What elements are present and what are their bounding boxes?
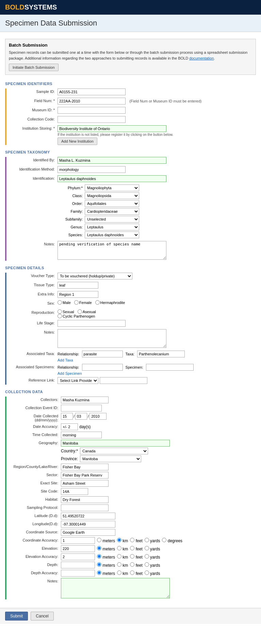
- latitude-input[interactable]: [61, 513, 115, 519]
- tissue-input[interactable]: [58, 282, 98, 289]
- museum-id-input[interactable]: [58, 107, 126, 114]
- coord-accuracy-input[interactable]: [61, 537, 95, 544]
- identification-input[interactable]: [58, 175, 166, 182]
- coord-meters[interactable]: meters: [97, 538, 115, 543]
- longitude-input[interactable]: [61, 521, 115, 528]
- sex-hermaphrodite[interactable]: Hermaphrodite: [95, 300, 125, 305]
- depth-meters[interactable]: meters: [97, 562, 115, 568]
- sex-row: Sex: Male Female Hermaphrodite: [10, 300, 256, 308]
- geo-input[interactable]: [61, 440, 170, 447]
- add-institution-button[interactable]: Add New Institution: [58, 138, 97, 145]
- repro-asexual[interactable]: Asexual: [78, 309, 96, 314]
- documentation-link[interactable]: documentation: [189, 56, 214, 60]
- coord-yards[interactable]: yards: [145, 538, 160, 543]
- habitat-input[interactable]: [61, 496, 109, 503]
- depth-input[interactable]: [61, 562, 95, 568]
- coord-km[interactable]: km: [117, 538, 128, 543]
- coord-source-row: Coordinate Source:: [10, 529, 256, 536]
- batch-description: Specimen records can be submitted one at…: [9, 50, 252, 61]
- coord-degrees[interactable]: degrees: [162, 538, 182, 543]
- depth-acc-km[interactable]: km: [117, 570, 128, 576]
- coord-source-input[interactable]: [61, 529, 115, 536]
- date-accuracy-unit: day(s): [79, 424, 91, 429]
- identified-by-input[interactable]: [58, 157, 166, 164]
- specimen-input[interactable]: [146, 364, 194, 371]
- elev-acc-yards[interactable]: yards: [145, 554, 160, 560]
- site-code-input[interactable]: [61, 488, 88, 495]
- depth-yards[interactable]: yards: [145, 562, 160, 568]
- coord-feet[interactable]: feet: [130, 538, 142, 543]
- logo: BOLDSYSTEMS: [5, 3, 256, 11]
- initiate-batch-button[interactable]: Initiate Batch Submission: [9, 64, 59, 71]
- species-select[interactable]: Leptaulus daphnoides: [85, 231, 139, 238]
- class-select[interactable]: Magnoliopsida: [85, 192, 139, 199]
- depth-km[interactable]: km: [117, 562, 128, 568]
- collectors-label: Collectors:: [10, 397, 61, 402]
- field-num-input[interactable]: [58, 98, 126, 104]
- specimen-rel-input[interactable]: [82, 364, 123, 371]
- genus-select[interactable]: Leptaulus: [85, 224, 139, 230]
- country-select[interactable]: Canada: [80, 448, 148, 454]
- elev-feet[interactable]: feet: [130, 546, 142, 551]
- depth-acc-feet[interactable]: feet: [130, 570, 142, 576]
- id-method-input[interactable]: [58, 166, 126, 173]
- depth-accuracy-input[interactable]: [61, 570, 95, 577]
- subfamily-select[interactable]: Unselected: [85, 216, 139, 223]
- date-accuracy-input[interactable]: [61, 423, 78, 430]
- habitat-row: Habitat:: [10, 496, 256, 503]
- elevation-input[interactable]: [61, 545, 95, 552]
- voucher-select[interactable]: To be vouchered (holdup/private): [58, 273, 132, 279]
- date-dd-input[interactable]: [61, 413, 73, 420]
- date-yyyy-input[interactable]: [89, 413, 107, 420]
- extra-input[interactable]: [58, 291, 98, 298]
- province-select[interactable]: Manitoba: [80, 455, 141, 462]
- elev-accuracy-input[interactable]: [61, 553, 95, 560]
- assoc-taxa-row: Associated Taxa: Relationship: Taxa: Add…: [10, 351, 256, 362]
- event-id-input[interactable]: [61, 405, 102, 412]
- specimen-label: Specimen:: [126, 365, 143, 369]
- taxonomy-notes-input[interactable]: pending verification of species name: [58, 241, 166, 260]
- taxa-rel-input[interactable]: [82, 351, 123, 357]
- sector-input[interactable]: [61, 472, 109, 479]
- sex-male[interactable]: Male: [58, 300, 71, 305]
- sample-id-input[interactable]: [58, 88, 126, 95]
- repro-sexual[interactable]: Sexual: [58, 309, 74, 314]
- ref-link-input[interactable]: [100, 377, 147, 384]
- add-taxa-link[interactable]: Add Taxa: [58, 358, 256, 362]
- repro-cyclic[interactable]: Cyclic Parthenogen: [58, 314, 95, 318]
- elev-km[interactable]: km: [117, 546, 128, 551]
- order-row: Order: Aquifoliales: [58, 200, 256, 207]
- lifestage-input[interactable]: [58, 320, 126, 327]
- depth-acc-yards[interactable]: yards: [145, 570, 160, 576]
- phylum-select[interactable]: Magnoliophyta: [85, 184, 139, 191]
- elev-meters[interactable]: meters: [97, 546, 115, 551]
- date-mm-input[interactable]: [75, 413, 87, 420]
- elev-acc-meters[interactable]: meters: [97, 554, 115, 560]
- elev-yards[interactable]: yards: [145, 546, 160, 551]
- taxa-input[interactable]: [137, 351, 185, 357]
- rel-label: Relationship:: [58, 352, 79, 356]
- sampling-input[interactable]: [61, 504, 109, 511]
- sex-female[interactable]: Female: [74, 300, 92, 305]
- collection-notes-input[interactable]: [61, 578, 170, 598]
- collection-code-input[interactable]: [58, 116, 126, 123]
- elev-acc-feet[interactable]: feet: [130, 554, 142, 560]
- depth-feet[interactable]: feet: [130, 562, 142, 568]
- institution-input[interactable]: [58, 125, 166, 132]
- longitude-row: Longitude(D.d):: [10, 521, 256, 528]
- cancel-button[interactable]: Cancel: [31, 612, 53, 621]
- family-select[interactable]: Cardiopteridaceae: [85, 208, 139, 215]
- id-method-label: Identification Method:: [10, 166, 58, 171]
- exact-site-input[interactable]: [61, 480, 109, 487]
- collectors-input[interactable]: [61, 397, 109, 403]
- depth-acc-meters[interactable]: meters: [97, 570, 115, 576]
- add-specimen-link[interactable]: Add Specimen: [58, 371, 256, 375]
- region-input[interactable]: [61, 464, 109, 470]
- time-input[interactable]: [61, 432, 102, 438]
- details-notes-input[interactable]: [58, 329, 166, 348]
- order-select[interactable]: Aquifoliales: [85, 200, 139, 207]
- elev-acc-km[interactable]: km: [117, 554, 128, 560]
- sample-id-label: Sample ID:: [10, 88, 58, 94]
- submit-button[interactable]: Submit: [5, 612, 28, 621]
- ref-link-provider-select[interactable]: Select Link Provider: [58, 377, 98, 384]
